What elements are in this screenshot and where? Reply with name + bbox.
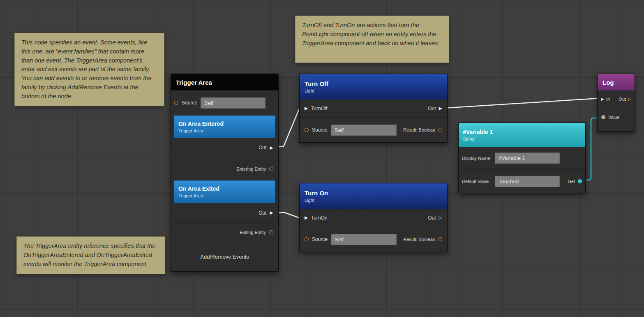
event-on-area-entered-header[interactable]: On Area Entered Trigger Area bbox=[174, 116, 275, 138]
exiting-entity-label: Exiting Entity bbox=[240, 230, 266, 235]
variable-title: #Variable 1 bbox=[463, 129, 581, 135]
event-subtitle: Trigger Area bbox=[178, 193, 271, 198]
comment-text: The TriggerArea entity reference specifi… bbox=[23, 243, 155, 267]
log-out-label: Out bbox=[619, 97, 626, 102]
turn-on-title: Turn On bbox=[305, 190, 442, 197]
event-title: On Area Exited bbox=[178, 185, 271, 192]
turn-on-result-port[interactable] bbox=[438, 237, 442, 241]
out-label: Out bbox=[259, 210, 266, 216]
get-label: Get bbox=[568, 179, 575, 184]
turn-on-subtitle: Light bbox=[305, 198, 442, 203]
exec-out-icon[interactable]: ▷ bbox=[439, 215, 442, 220]
exec-in-icon[interactable]: ▶ bbox=[305, 106, 308, 111]
node-turn-on[interactable]: Turn On Light ▶ TurnOn Out ▷ Source Resu… bbox=[299, 183, 448, 252]
log-title: Log bbox=[602, 79, 630, 86]
comment-text: This node specifies an event. Some event… bbox=[21, 39, 152, 99]
entering-entity-label: Entering Entity bbox=[236, 167, 266, 171]
wire-turnoff-to-log[interactable] bbox=[444, 98, 600, 108]
out-label: Out bbox=[428, 106, 436, 111]
event-title: On Area Entered bbox=[178, 120, 271, 127]
source-label: Source bbox=[312, 236, 328, 242]
trigger-area-title: Trigger Area bbox=[176, 79, 273, 86]
exec-out-icon[interactable]: ▶ bbox=[439, 106, 442, 111]
result-label: Result: Boolean bbox=[403, 127, 435, 132]
exec-out-icon[interactable]: ▷ bbox=[628, 97, 631, 101]
default-value-input[interactable] bbox=[495, 176, 560, 187]
trigger-area-header[interactable]: Trigger Area bbox=[171, 74, 278, 90]
turn-on-source-input[interactable] bbox=[331, 234, 397, 245]
turn-off-result-port[interactable] bbox=[438, 128, 442, 132]
out-label: Out bbox=[259, 145, 266, 150]
node-trigger-area[interactable]: Trigger Area Source On Area Entered Trig… bbox=[171, 74, 279, 272]
comment-event-families[interactable]: This node specifies an event. Some event… bbox=[14, 33, 164, 106]
log-value-port[interactable] bbox=[601, 115, 605, 119]
turn-off-subtitle: Light bbox=[305, 88, 442, 93]
source-label: Source bbox=[312, 127, 328, 133]
node-graph-canvas[interactable]: This node specifies an event. Some event… bbox=[0, 0, 644, 317]
log-header[interactable]: Log bbox=[598, 74, 635, 90]
exec-out-icon[interactable]: ▶ bbox=[270, 146, 273, 150]
turn-on-header[interactable]: Turn On Light bbox=[300, 183, 447, 209]
trigger-area-source-port[interactable] bbox=[174, 101, 178, 105]
event-subtitle: Trigger Area bbox=[178, 128, 271, 133]
out-label: Out bbox=[428, 215, 436, 221]
exec-out-icon[interactable]: ▶ bbox=[270, 211, 273, 215]
node-turn-off[interactable]: Turn Off Light ▶ TurnOff Out ▶ Source Re… bbox=[299, 74, 448, 143]
variable-subtitle: String bbox=[463, 137, 581, 141]
log-value-label: Value bbox=[608, 115, 619, 120]
entering-entity-port[interactable] bbox=[269, 167, 273, 171]
log-in-label: In bbox=[606, 97, 610, 102]
default-value-label: Default Value bbox=[462, 179, 491, 184]
comment-turnoff-turnon[interactable]: TurnOff and TurnOn are actions that turn… bbox=[295, 16, 449, 63]
node-log[interactable]: Log ▶ In Out ▷ Value bbox=[597, 74, 635, 132]
get-output-port[interactable] bbox=[578, 179, 582, 183]
display-name-input[interactable] bbox=[495, 153, 560, 164]
turn-off-source-port[interactable] bbox=[305, 128, 309, 132]
exec-in-icon[interactable]: ▶ bbox=[601, 97, 604, 101]
turn-off-header[interactable]: Turn Off Light bbox=[300, 74, 447, 99]
add-remove-events-button[interactable]: Add/Remove Events bbox=[174, 242, 275, 271]
source-label: Source bbox=[182, 100, 197, 106]
comment-entity-reference[interactable]: The TriggerArea entity reference specifi… bbox=[16, 236, 165, 274]
comment-text: TurnOff and TurnOn are actions that turn… bbox=[302, 22, 439, 46]
node-variable-1[interactable]: #Variable 1 String Display Name Default … bbox=[458, 123, 586, 193]
variable-header[interactable]: #Variable 1 String bbox=[459, 123, 585, 147]
turnon-in-label: TurnOn bbox=[311, 215, 327, 221]
display-name-label: Display Name bbox=[462, 156, 491, 161]
turn-off-source-input[interactable] bbox=[331, 125, 397, 136]
turn-on-source-port[interactable] bbox=[305, 237, 309, 241]
turn-off-title: Turn Off bbox=[305, 80, 442, 87]
exec-in-icon[interactable]: ▶ bbox=[305, 215, 308, 220]
event-on-area-exited-header[interactable]: On Area Exited Trigger Area bbox=[174, 180, 275, 203]
trigger-area-source-input[interactable] bbox=[201, 97, 265, 109]
result-label: Result: Boolean bbox=[403, 237, 435, 242]
turnoff-in-label: TurnOff bbox=[311, 106, 327, 111]
exiting-entity-port[interactable] bbox=[269, 230, 273, 234]
